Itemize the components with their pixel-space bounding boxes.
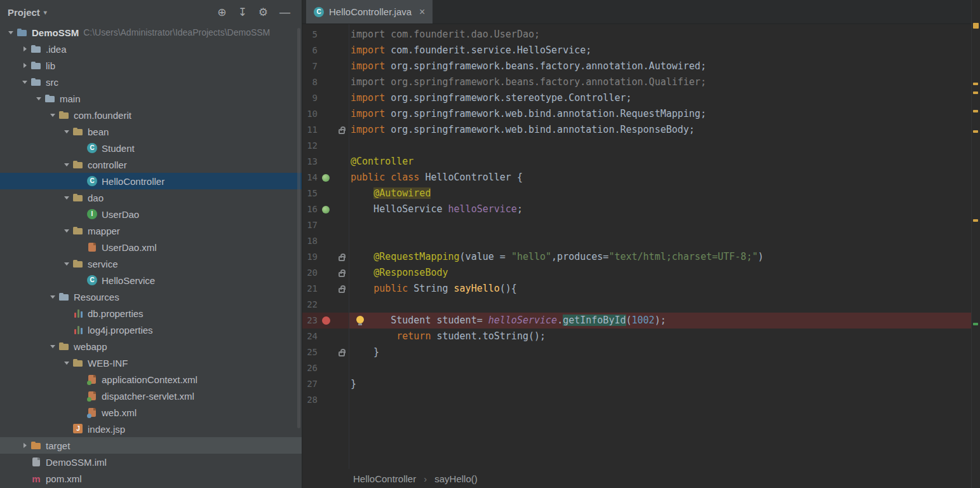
gutter-marker-icon[interactable]: [339, 129, 345, 134]
breakpoint-icon[interactable]: [322, 316, 330, 325]
code-line-text[interactable]: public class HelloController {: [349, 170, 980, 186]
code-line[interactable]: 11import org.springframework.web.bind.an…: [302, 122, 980, 138]
collapse-arrow-icon[interactable]: [47, 288, 58, 305]
code-line-text[interactable]: import org.springframework.web.bind.anno…: [349, 106, 980, 122]
code-line-text[interactable]: return student.toString();: [349, 329, 980, 344]
hide-panel-icon[interactable]: —: [279, 7, 290, 18]
code-line[interactable]: 25 }: [302, 344, 980, 360]
success-mark[interactable]: [973, 323, 978, 325]
code-line[interactable]: 5import com.founderit.dao.UserDao;: [302, 27, 980, 43]
intention-bulb-icon[interactable]: [356, 316, 364, 323]
code-line-text[interactable]: [349, 360, 980, 376]
warning-mark[interactable]: [973, 130, 978, 133]
line-number[interactable]: 10: [302, 106, 318, 122]
line-number[interactable]: 11: [302, 122, 318, 138]
warning-mark[interactable]: [973, 219, 978, 222]
breadcrumb-method[interactable]: sayHello(): [434, 473, 478, 484]
tree-item-target[interactable]: target: [0, 437, 302, 454]
code-line[interactable]: 6import com.founderit.service.HelloServi…: [302, 43, 980, 58]
tree-item--idea[interactable]: .idea: [0, 41, 302, 57]
tree-item-demossm[interactable]: DemoSSMC:\Users\Administrator\IdeaProjec…: [0, 24, 302, 41]
warning-mark[interactable]: [973, 92, 978, 94]
breadcrumb-class[interactable]: HelloController: [353, 473, 416, 484]
code-line-text[interactable]: @Autowired: [349, 186, 980, 201]
collapse-arrow-icon[interactable]: [5, 24, 17, 41]
tree-item-applicationcontext-xml[interactable]: applicationContext.xml: [0, 371, 302, 388]
tree-item-service[interactable]: service: [0, 255, 302, 272]
collapse-arrow-icon[interactable]: [61, 255, 72, 272]
line-number[interactable]: 27: [302, 376, 318, 392]
tree-scrollbar[interactable]: [297, 28, 300, 428]
code-line[interactable]: 28: [302, 392, 980, 408]
tree-item-userdao-xml[interactable]: UserDao.xml: [0, 239, 302, 255]
code-line[interactable]: 20 @ResponseBody: [302, 265, 980, 281]
code-line[interactable]: 8import org.springframework.beans.factor…: [302, 74, 980, 90]
close-icon[interactable]: ×: [419, 6, 425, 18]
code-line-text[interactable]: [349, 392, 980, 408]
code-area[interactable]: 5import com.founderit.dao.UserDao;6impor…: [302, 24, 980, 469]
line-number[interactable]: 23: [302, 313, 318, 329]
tab-hellocontroller-java[interactable]: C HelloController.java ×: [306, 0, 433, 24]
code-line-text[interactable]: }: [349, 344, 980, 360]
collapse-arrow-icon[interactable]: [61, 189, 72, 206]
collapse-arrow-icon[interactable]: [47, 107, 58, 123]
code-line[interactable]: 22: [302, 297, 980, 313]
code-line-text[interactable]: [349, 233, 980, 249]
line-number[interactable]: 8: [302, 74, 318, 90]
tree-item-com-founderit[interactable]: com.founderit: [0, 107, 302, 123]
settings-gear-icon[interactable]: ⚙: [258, 7, 268, 18]
code-line[interactable]: 26: [302, 360, 980, 376]
code-line[interactable]: 23 Student student= helloService.getInfo…: [302, 313, 980, 329]
collapse-arrow-icon[interactable]: [61, 355, 72, 371]
tree-item-log4j-properties[interactable]: log4j.properties: [0, 322, 302, 338]
code-line[interactable]: 16 HelloService helloService;: [302, 201, 980, 217]
gutter-marker-icon[interactable]: [339, 288, 345, 293]
tree-item-index-jsp[interactable]: Jindex.jsp: [0, 421, 302, 437]
code-line[interactable]: 19 @RequestMapping(value = "hello",produ…: [302, 249, 980, 265]
code-line[interactable]: 15 @Autowired: [302, 186, 980, 201]
tree-item-helloservice[interactable]: CHelloService: [0, 272, 302, 288]
line-number[interactable]: 16: [302, 201, 318, 217]
spring-bean-icon[interactable]: [322, 174, 330, 182]
code-line-text[interactable]: @ResponseBody: [349, 265, 980, 281]
collapse-arrow-icon[interactable]: [61, 222, 72, 239]
line-number[interactable]: 12: [302, 138, 318, 154]
code-line[interactable]: 12: [302, 138, 980, 154]
tree-item-controller[interactable]: controller: [0, 156, 302, 173]
line-number[interactable]: 26: [302, 360, 318, 376]
code-line-text[interactable]: import com.founderit.dao.UserDao;: [349, 27, 980, 43]
collapse-arrow-icon[interactable]: [19, 74, 30, 90]
error-stripe[interactable]: [971, 0, 980, 488]
tree-item-mapper[interactable]: mapper: [0, 222, 302, 239]
code-line[interactable]: 24 return student.toString();: [302, 329, 980, 344]
project-view-selector[interactable]: Project ▾: [8, 7, 47, 18]
tree-item-demossm-iml[interactable]: DemoSSM.iml: [0, 454, 302, 470]
tree-item-student[interactable]: CStudent: [0, 140, 302, 156]
line-number[interactable]: 17: [302, 217, 318, 233]
tree-item-resources[interactable]: Resources: [0, 288, 302, 305]
code-line[interactable]: 9import org.springframework.stereotype.C…: [302, 90, 980, 106]
tree-item-pom-xml[interactable]: mpom.xml: [0, 470, 302, 487]
code-line-text[interactable]: }: [349, 376, 980, 392]
code-line-text[interactable]: [349, 297, 980, 313]
collapse-arrow-icon[interactable]: [61, 123, 72, 140]
expand-arrow-icon[interactable]: [19, 57, 30, 74]
line-number[interactable]: 19: [302, 249, 318, 265]
tree-item-main[interactable]: main: [0, 90, 302, 107]
expand-arrow-icon[interactable]: [19, 41, 30, 57]
code-line-text[interactable]: import org.springframework.beans.factory…: [349, 74, 980, 90]
tree-item-web-xml[interactable]: web.xml: [0, 404, 302, 421]
line-number[interactable]: 6: [302, 43, 318, 58]
spring-bean-icon[interactable]: [322, 206, 330, 214]
code-line-text[interactable]: [349, 138, 980, 154]
collapse-arrow-icon[interactable]: [47, 338, 58, 355]
tree-item-lib[interactable]: lib: [0, 57, 302, 74]
tree-item-bean[interactable]: bean: [0, 123, 302, 140]
expand-arrow-icon[interactable]: [19, 437, 30, 454]
gutter-marker-icon[interactable]: [339, 351, 345, 356]
gutter-marker-icon[interactable]: [339, 272, 345, 277]
line-number[interactable]: 21: [302, 281, 318, 297]
tree-item-db-properties[interactable]: db.properties: [0, 305, 302, 322]
tree-item-userdao[interactable]: IUserDao: [0, 206, 302, 222]
line-number[interactable]: 5: [302, 27, 318, 43]
